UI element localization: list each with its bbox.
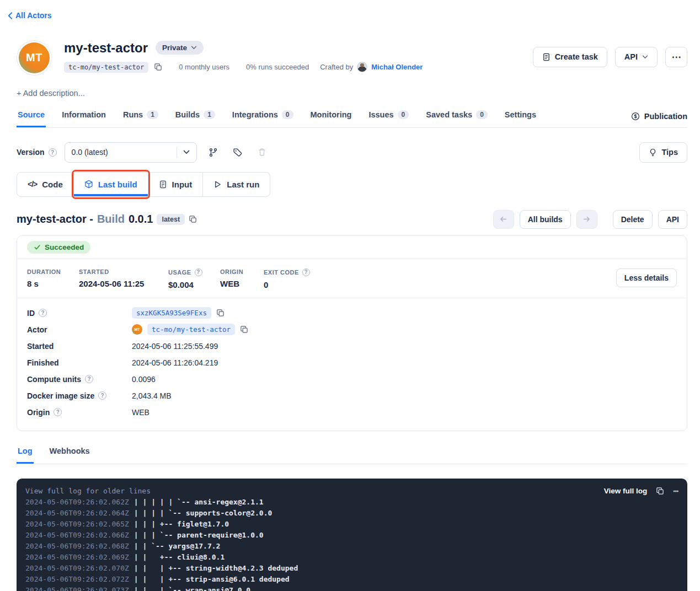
log-tabbar: LogWebhooks <box>17 444 687 464</box>
help-icon[interactable] <box>49 148 57 157</box>
copy-icon[interactable] <box>240 325 248 334</box>
log-line: 2024-05-06T09:26:02.070Z| | | +-- string… <box>25 563 678 574</box>
actor-handle-chip[interactable]: tc-mo/my-test-actor <box>64 62 148 73</box>
detail-row-compute-units: Compute units0.0096 <box>27 371 677 388</box>
publication-label: Publication <box>644 112 687 121</box>
detail-value: sxzKGK5A93Se9FExs <box>132 307 225 319</box>
document-icon <box>542 53 551 61</box>
visibility-dropdown[interactable]: Private <box>156 41 204 55</box>
status-label: Succeeded <box>45 243 84 251</box>
build-title-word: Build <box>97 213 125 225</box>
stat-label: ORIGIN <box>220 268 264 275</box>
tab-integrations[interactable]: Integrations0 <box>231 108 295 127</box>
stat-value: $0.004 <box>168 280 220 289</box>
log-text: | | `-- yargs@17.7.2 <box>134 542 221 550</box>
tab-label: Information <box>62 110 106 119</box>
chevron-down-icon <box>183 150 190 154</box>
delete-version-icon[interactable] <box>252 142 272 162</box>
build-actions: All builds Delete API <box>493 210 687 229</box>
help-icon[interactable] <box>85 375 93 383</box>
subtab-code[interactable]: </>Code <box>17 172 74 197</box>
git-branch-icon[interactable] <box>204 142 223 162</box>
help-icon[interactable] <box>302 268 310 276</box>
build-title-actor: my-test-actor - <box>17 213 93 225</box>
log-text: | | | +-- string-width@4.2.3 deduped <box>134 564 298 572</box>
stat-value: 0 <box>264 280 310 289</box>
log-text: | | | +-- strip-ansi@6.0.1 deduped <box>134 575 290 583</box>
stat-label: STARTED <box>79 268 168 275</box>
more-actions-button[interactable] <box>665 47 687 67</box>
tips-button[interactable]: Tips <box>639 142 687 163</box>
build-details: IDsxzKGK5A93Se9FExsActorMTtc-mo/my-test-… <box>17 298 687 431</box>
tab-label: Saved tasks <box>426 110 472 119</box>
older-lines-link[interactable]: View full log for older lines <box>25 486 151 497</box>
tab-information[interactable]: Information <box>61 108 107 127</box>
tab-issues[interactable]: Issues0 <box>367 108 410 127</box>
detail-label: Finished <box>27 358 132 367</box>
log-lines: 2024-05-06T09:26:02.062Z| | | | | `-- an… <box>25 497 678 591</box>
tab-publication[interactable]: Publication <box>631 112 687 127</box>
subtab-last-build[interactable]: Last build <box>74 172 148 197</box>
detail-row-finished: Finished2024-05-06 11:26:04.219 <box>27 354 677 371</box>
author-avatar <box>357 62 367 72</box>
subtab-last-run[interactable]: Last run <box>203 172 270 197</box>
log-line: 2024-05-06T09:26:02.066Z| | | `-- parent… <box>25 530 678 541</box>
version-select[interactable]: 0.0 (latest) <box>65 142 197 163</box>
help-icon[interactable] <box>54 408 62 416</box>
runs-succeeded-stat: 0% runs succeeded <box>246 63 309 71</box>
view-full-log-button[interactable]: View full log <box>604 486 648 497</box>
log-menu-button[interactable] <box>673 486 678 496</box>
tab-settings[interactable]: Settings <box>504 108 537 127</box>
detail-row-actor: ActorMTtc-mo/my-test-actor <box>27 321 677 338</box>
tab-log[interactable]: Log <box>17 444 34 464</box>
check-icon <box>34 244 41 251</box>
copy-build-icon[interactable] <box>189 215 197 223</box>
detail-value: 0.0096 <box>132 375 156 384</box>
help-icon[interactable] <box>98 391 106 400</box>
log-timestamp: 2024-05-06T09:26:02.070Z <box>25 564 129 572</box>
copy-log-icon[interactable] <box>656 487 664 495</box>
copy-icon[interactable] <box>216 309 225 317</box>
delete-build-button[interactable]: Delete <box>613 210 653 229</box>
breadcrumb[interactable]: All Actors <box>8 11 52 20</box>
tab-runs[interactable]: Runs1 <box>122 108 159 127</box>
help-icon[interactable] <box>39 309 47 317</box>
author-link[interactable]: Michał Olender <box>371 63 423 71</box>
create-task-button[interactable]: Create task <box>533 47 607 67</box>
tab-source[interactable]: Source <box>17 108 46 127</box>
help-icon[interactable] <box>195 268 202 276</box>
stat-value: 8 s <box>27 279 79 288</box>
stat-exit-code: EXIT CODE0 <box>264 268 310 289</box>
stat-value: WEB <box>220 279 264 288</box>
detail-row-started: Started2024-05-06 11:25:55.499 <box>27 338 677 354</box>
build-api-button[interactable]: API <box>658 210 687 229</box>
previous-build-button[interactable] <box>493 210 514 229</box>
value-chip[interactable]: sxzKGK5A93Se9FExs <box>132 307 211 319</box>
detail-label-text: Origin <box>27 408 50 417</box>
tab-monitoring[interactable]: Monitoring <box>309 108 353 127</box>
all-builds-button[interactable]: All builds <box>520 210 571 229</box>
subtab-input[interactable]: Input <box>148 172 204 197</box>
tag-icon[interactable] <box>228 142 248 162</box>
next-build-button[interactable] <box>576 210 597 229</box>
detail-row-docker-image-size: Docker image size2,043.4 MB <box>27 388 677 404</box>
stat-usage: USAGE$0.004 <box>168 268 220 289</box>
version-select-value: 0.0 (latest) <box>72 148 177 157</box>
stat-duration: DURATION8 s <box>27 268 79 289</box>
value-chip[interactable]: tc-mo/my-test-actor <box>147 324 235 335</box>
less-details-button[interactable]: Less details <box>616 268 677 287</box>
actor-avatar-initials: MT <box>19 42 50 73</box>
detail-value: MTtc-mo/my-test-actor <box>132 324 248 335</box>
detail-label: Compute units <box>27 375 132 384</box>
tab-webhooks[interactable]: Webhooks <box>49 444 91 464</box>
log-text: | | +-- cliui@8.0.1 <box>134 553 225 561</box>
api-dropdown-button[interactable]: API <box>615 47 658 67</box>
detail-label-text: Started <box>27 342 54 351</box>
create-task-label: Create task <box>555 52 598 61</box>
copy-handle-icon[interactable] <box>154 63 162 71</box>
tab-count-badge: 1 <box>204 110 215 119</box>
tab-saved-tasks[interactable]: Saved tasks0 <box>425 108 489 127</box>
detail-value: 2,043.4 MB <box>132 391 172 400</box>
add-description-link[interactable]: + Add description... <box>17 89 85 98</box>
tab-builds[interactable]: Builds1 <box>174 108 216 127</box>
